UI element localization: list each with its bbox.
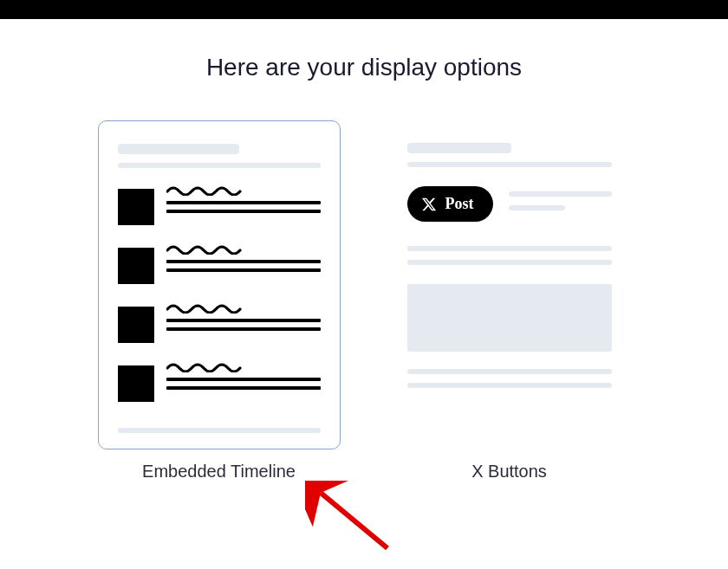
skeleton-line	[166, 378, 321, 381]
skeleton-line	[166, 327, 321, 331]
option-x-buttons[interactable]: Post X Buttons	[388, 120, 631, 482]
buttons-row: Post	[407, 186, 612, 222]
skeleton-bar	[407, 260, 612, 265]
timeline-item	[118, 360, 321, 402]
display-options-content: Here are your display options	[0, 19, 728, 482]
post-button: Post	[407, 186, 493, 222]
post-button-label: Post	[445, 195, 474, 213]
option-embedded-timeline[interactable]: Embedded Timeline	[98, 120, 341, 482]
skeleton-bar	[118, 428, 321, 433]
svg-line-0	[321, 493, 387, 548]
option-label-timeline: Embedded Timeline	[142, 462, 296, 482]
skeleton-bar	[407, 162, 612, 167]
timeline-item-lines	[166, 360, 321, 390]
mid-lines	[407, 246, 612, 265]
skeleton-bar	[509, 205, 565, 210]
avatar-placeholder	[118, 248, 154, 284]
squiggle-icon	[166, 301, 244, 314]
squiggle-icon	[166, 184, 244, 196]
skeleton-line	[166, 260, 321, 263]
options-row: Embedded Timeline Post	[0, 120, 728, 482]
annotation-arrow-icon	[305, 481, 400, 559]
x-logo-icon	[421, 197, 437, 212]
skeleton-bar	[407, 383, 612, 388]
side-lines	[509, 186, 612, 210]
page-heading: Here are your display options	[0, 54, 728, 81]
skeleton-line	[166, 210, 321, 213]
skeleton-line	[166, 201, 321, 204]
skeleton-line	[166, 319, 321, 322]
timeline-footer	[118, 428, 321, 433]
option-label-buttons: X Buttons	[471, 462, 547, 482]
avatar-placeholder	[118, 307, 154, 343]
skeleton-bar	[407, 246, 612, 251]
skeleton-bar	[407, 369, 612, 374]
avatar-placeholder	[118, 189, 154, 225]
skeleton-bar	[118, 144, 239, 154]
foot-lines	[407, 369, 612, 388]
avatar-placeholder	[118, 365, 154, 402]
timeline-item-lines	[166, 301, 321, 331]
skeleton-line	[166, 268, 321, 272]
timeline-item	[118, 184, 321, 225]
timeline-items	[118, 184, 321, 402]
skeleton-line	[166, 386, 321, 390]
skeleton-bar	[407, 143, 511, 153]
buttons-preview: Post	[388, 120, 631, 449]
squiggle-icon	[166, 360, 244, 372]
squiggle-icon	[166, 242, 244, 255]
skeleton-bar	[509, 191, 612, 197]
image-placeholder	[407, 284, 612, 352]
timeline-item	[118, 242, 321, 284]
skeleton-bar	[118, 163, 321, 168]
timeline-preview	[98, 120, 341, 449]
timeline-item-lines	[166, 184, 321, 213]
timeline-item	[118, 301, 321, 343]
top-bar	[0, 0, 728, 19]
timeline-item-lines	[166, 242, 321, 272]
